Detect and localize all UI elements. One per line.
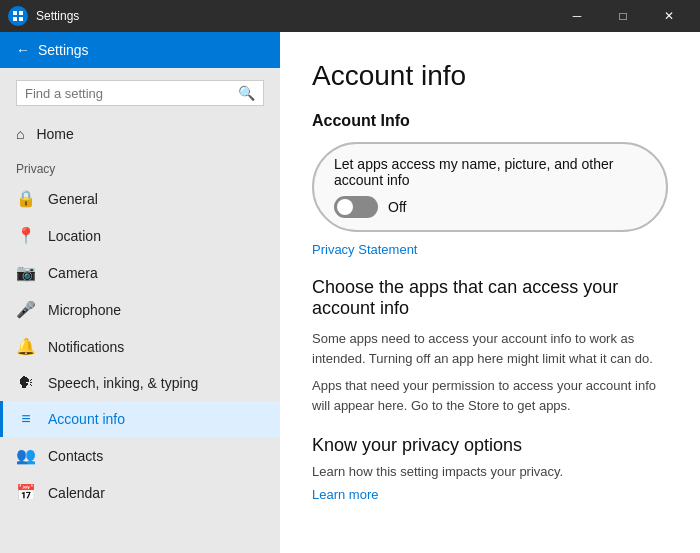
search-input[interactable] (25, 86, 238, 101)
sidebar-item-calendar-label: Calendar (48, 485, 105, 501)
toggle-oval-section: Let apps access my name, picture, and ot… (312, 142, 668, 232)
sidebar-item-contacts-label: Contacts (48, 448, 103, 464)
camera-icon: 📷 (16, 263, 36, 282)
sidebar-item-account-info-label: Account info (48, 411, 125, 427)
account-info-icon: ≡ (16, 410, 36, 428)
toggle-state-label: Off (388, 199, 406, 215)
sidebar-back-label: Settings (38, 42, 89, 58)
sidebar-home-label: Home (36, 126, 73, 142)
sidebar: ← Settings 🔍 ⌂ Home Privacy 🔒 General 📍 … (0, 32, 280, 553)
sidebar-item-speech[interactable]: 🗣 Speech, inking, & typing (0, 365, 280, 401)
choose-section-title: Choose the apps that can access your acc… (312, 277, 668, 319)
sidebar-section-label: Privacy (0, 150, 280, 180)
choose-section: Choose the apps that can access your acc… (312, 277, 668, 415)
titlebar: Settings ─ □ ✕ (0, 0, 700, 32)
sidebar-search-box[interactable]: 🔍 (16, 80, 264, 106)
minimize-button[interactable]: ─ (554, 0, 600, 32)
sidebar-item-notifications[interactable]: 🔔 Notifications (0, 328, 280, 365)
sidebar-item-microphone-label: Microphone (48, 302, 121, 318)
privacy-options-text: Learn how this setting impacts your priv… (312, 464, 668, 479)
sidebar-item-microphone[interactable]: 🎤 Microphone (0, 291, 280, 328)
page-title: Account info (312, 60, 668, 92)
app-body: ← Settings 🔍 ⌂ Home Privacy 🔒 General 📍 … (0, 32, 700, 553)
sidebar-item-calendar[interactable]: 📅 Calendar (0, 474, 280, 511)
close-button[interactable]: ✕ (646, 0, 692, 32)
sidebar-item-camera-label: Camera (48, 265, 98, 281)
speech-icon: 🗣 (16, 374, 36, 392)
sidebar-item-speech-label: Speech, inking, & typing (48, 375, 198, 391)
maximize-button[interactable]: □ (600, 0, 646, 32)
sidebar-item-general[interactable]: 🔒 General (0, 180, 280, 217)
sidebar-item-location[interactable]: 📍 Location (0, 217, 280, 254)
main-content: Account info Account Info Let apps acces… (280, 32, 700, 553)
location-icon: 📍 (16, 226, 36, 245)
general-icon: 🔒 (16, 189, 36, 208)
sidebar-item-account-info[interactable]: ≡ Account info (0, 401, 280, 437)
sidebar-item-location-label: Location (48, 228, 101, 244)
privacy-statement-link[interactable]: Privacy Statement (312, 242, 668, 257)
choose-text-1: Some apps need to access your account in… (312, 329, 668, 368)
account-info-section-title: Account Info (312, 112, 668, 130)
titlebar-controls: ─ □ ✕ (554, 0, 692, 32)
titlebar-title: Settings (36, 9, 554, 23)
account-info-toggle[interactable] (334, 196, 378, 218)
sidebar-item-notifications-label: Notifications (48, 339, 124, 355)
sidebar-item-camera[interactable]: 📷 Camera (0, 254, 280, 291)
privacy-options-section: Know your privacy options Learn how this… (312, 435, 668, 503)
toggle-label: Let apps access my name, picture, and ot… (334, 156, 646, 188)
sidebar-back-button[interactable]: ← Settings (0, 32, 280, 68)
toggle-knob (337, 199, 353, 215)
toggle-row: Off (334, 196, 646, 218)
app-icon (8, 6, 28, 26)
search-icon: 🔍 (238, 85, 255, 101)
back-icon: ← (16, 42, 30, 58)
privacy-options-title: Know your privacy options (312, 435, 668, 456)
notifications-icon: 🔔 (16, 337, 36, 356)
learn-more-link[interactable]: Learn more (312, 487, 378, 502)
sidebar-item-contacts[interactable]: 👥 Contacts (0, 437, 280, 474)
home-icon: ⌂ (16, 126, 24, 142)
microphone-icon: 🎤 (16, 300, 36, 319)
sidebar-item-home[interactable]: ⌂ Home (0, 118, 280, 150)
sidebar-item-general-label: General (48, 191, 98, 207)
calendar-icon: 📅 (16, 483, 36, 502)
choose-text-2: Apps that need your permission to access… (312, 376, 668, 415)
contacts-icon: 👥 (16, 446, 36, 465)
